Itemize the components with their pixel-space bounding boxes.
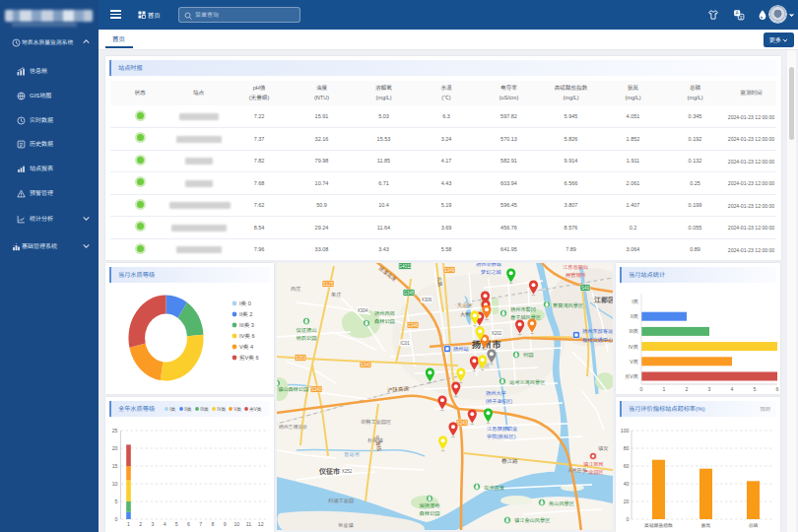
svg-text:高锰酸盐指数: 高锰酸盐指数 (644, 521, 673, 528)
svg-text:11: 11 (246, 520, 251, 527)
svg-text:10: 10 (233, 520, 239, 527)
svg-text:0: 0 (640, 385, 643, 392)
svg-text:利涵工业园: 利涵工业园 (328, 497, 354, 503)
svg-text:I类 0: I类 0 (239, 299, 251, 307)
svg-text:氨氮: 氨氮 (701, 521, 711, 528)
svg-text:江都区: 江都区 (594, 295, 613, 304)
svg-text:I类: I类 (169, 406, 175, 412)
svg-text:X202: X202 (492, 331, 502, 336)
svg-text:G345: G345 (403, 291, 415, 296)
svg-text:80: 80 (624, 444, 630, 451)
svg-text:S353: S353 (296, 356, 306, 361)
svg-text:25: 25 (112, 427, 118, 433)
svg-text:G346: G346 (407, 323, 419, 328)
svg-text:总磷: 总磷 (749, 521, 759, 528)
svg-text:V类: V类 (233, 406, 241, 412)
svg-text:人民圆电: 人民圆电 (567, 466, 586, 473)
svg-text:7: 7 (199, 520, 202, 527)
svg-text:3: 3 (708, 385, 711, 392)
svg-text:江苏省邵仙: 江苏省邵仙 (563, 263, 588, 270)
svg-text:劣V类: 劣V类 (625, 372, 638, 379)
svg-text:20: 20 (112, 444, 118, 451)
svg-text:X252: X252 (342, 469, 353, 474)
svg-text:S49: S49 (581, 286, 590, 291)
svg-text:森林公园: 森林公园 (374, 317, 395, 324)
svg-text:10: 10 (112, 480, 118, 487)
svg-text:扬州东部客运: 扬州东部客运 (582, 327, 613, 334)
svg-text:春江路: 春江路 (501, 457, 518, 465)
svg-text:S340: S340 (311, 387, 322, 392)
svg-text:地质公园: 地质公园 (297, 334, 317, 341)
svg-text:3: 3 (151, 520, 154, 527)
svg-text:润扬湿地: 润扬湿地 (420, 501, 440, 508)
svg-text:沪陕高速: 沪陕高速 (387, 384, 410, 394)
svg-text:大运河: 大运河 (457, 301, 473, 308)
svg-text:1: 1 (663, 385, 666, 392)
svg-text:闸管理所: 闸管理所 (565, 271, 586, 278)
svg-text:扬州艺博览会: 扬州艺博览会 (279, 423, 307, 430)
svg-text:唐子城风景区: 唐子城风景区 (510, 313, 541, 320)
svg-text:瓜洲古渡: 瓜洲古渡 (484, 484, 504, 491)
svg-text:北路: 北路 (436, 276, 444, 287)
svg-text:华腾工业园区: 华腾工业园区 (361, 418, 391, 425)
svg-text:S349: S349 (444, 268, 455, 273)
svg-text:0: 0 (115, 515, 118, 522)
svg-text:扬州市蜀冈: 扬州市蜀冈 (510, 305, 536, 312)
svg-text:枢纽交通中心: 枢纽交通中心 (582, 336, 613, 343)
svg-text:焦山风景区: 焦山风景区 (549, 499, 574, 506)
svg-text:4: 4 (731, 385, 734, 392)
svg-text:60: 60 (624, 462, 630, 469)
svg-text:运河三湾风景区: 运河三湾风景区 (509, 378, 545, 385)
svg-text:学院(新校区): 学院(新校区) (487, 432, 516, 439)
svg-text:III类 3: III类 3 (239, 321, 254, 329)
svg-text:X304: X304 (358, 308, 368, 313)
svg-text:5: 5 (115, 498, 118, 504)
svg-text:II类 2: II类 2 (239, 310, 252, 318)
svg-text:5: 5 (754, 385, 757, 392)
svg-text:文: 文 (739, 15, 743, 20)
svg-text:劣V类 6: 劣V类 6 (239, 354, 259, 362)
svg-text:S243: S243 (457, 421, 468, 426)
svg-text:40: 40 (624, 480, 630, 487)
svg-text:梦幻之城: 梦幻之城 (481, 268, 502, 275)
svg-text:V类 4: V类 4 (239, 343, 253, 351)
svg-text:吉运河: 吉运河 (344, 450, 360, 457)
svg-text:扬州华侨城: 扬州华侨城 (476, 263, 502, 267)
svg-text:扬州大学: 扬州大学 (486, 389, 506, 396)
svg-text:8: 8 (211, 520, 214, 527)
svg-text:扬州站: 扬州站 (453, 345, 469, 352)
svg-text:镇山森林公园: 镇山森林公园 (278, 385, 308, 392)
svg-text:江苏旅游职业: 江苏旅游职业 (487, 425, 517, 432)
svg-text:何园: 何园 (523, 351, 533, 358)
svg-text:6: 6 (187, 520, 190, 527)
svg-text:(扬子津校区): (扬子津校区) (486, 397, 513, 404)
svg-text:9: 9 (224, 520, 227, 527)
svg-text:S125: S125 (323, 282, 334, 287)
svg-text:III类: III类 (200, 406, 209, 412)
svg-text:劣V类: 劣V类 (249, 406, 262, 412)
svg-text:6: 6 (776, 385, 779, 392)
svg-text:II类: II类 (631, 312, 638, 319)
svg-text:15: 15 (112, 462, 118, 469)
svg-text:IC01: IC01 (400, 341, 410, 346)
svg-text:1: 1 (127, 520, 130, 527)
svg-text:2: 2 (139, 520, 142, 527)
svg-text:世业镇: 世业镇 (338, 521, 354, 528)
svg-text:V类: V类 (630, 358, 638, 365)
svg-text:X306: X306 (422, 298, 432, 302)
svg-text:0: 0 (627, 515, 630, 522)
svg-text:100: 100 (621, 427, 630, 433)
svg-text:森林公园: 森林公园 (420, 509, 440, 516)
svg-text:IV类: IV类 (629, 343, 638, 350)
svg-text:镇安: 镇安 (598, 444, 608, 451)
svg-text:仪征市: 仪征市 (318, 466, 340, 476)
svg-text:镇江金山风景区: 镇江金山风景区 (514, 516, 550, 523)
svg-text:朱庄: 朱庄 (331, 291, 341, 298)
svg-text:III类: III类 (629, 327, 638, 334)
svg-text:IV类 6: IV类 6 (239, 332, 255, 340)
svg-text:I类: I类 (632, 298, 638, 304)
svg-text:4: 4 (164, 520, 166, 527)
svg-text:朴席镇: 朴席镇 (367, 436, 383, 443)
svg-text:茱萸湾风景区: 茱萸湾风景区 (553, 301, 583, 308)
svg-text:2: 2 (686, 385, 689, 392)
